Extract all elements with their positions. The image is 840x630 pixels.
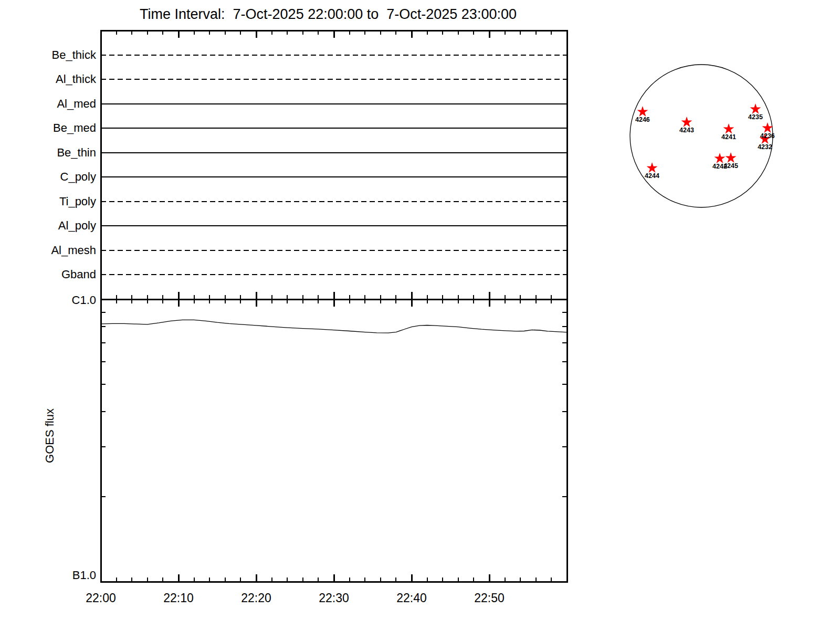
- active-region-label-4236: 4236: [752, 132, 783, 140]
- filter-label-al-thick: Al_thick: [10, 72, 96, 86]
- active-region-star-4241: [723, 123, 734, 134]
- x-tick-label-2200: 22:00: [77, 591, 124, 605]
- filter-label-be-med: Be_med: [10, 121, 96, 135]
- active-region-label-4232: 4232: [749, 143, 781, 151]
- active-region-label-4241: 4241: [713, 133, 744, 141]
- filter-label-ti-poly: Ti_poly: [10, 195, 96, 208]
- active-region-star-4236: [762, 122, 773, 133]
- active-region-star-4235: [750, 103, 761, 114]
- active-region-star-4242: [715, 153, 726, 163]
- filter-label-gband: Gband: [10, 268, 96, 281]
- x-tick-label-2230: 22:30: [310, 591, 358, 605]
- filter-panel-border: [101, 30, 567, 299]
- goes-panel-border: [101, 299, 567, 582]
- filter-label-be-thick: Be_thick: [10, 48, 96, 62]
- active-region-label-4243: 4243: [671, 127, 702, 134]
- active-region-star-4244: [647, 162, 658, 173]
- filter-label-al-mesh: Al_mesh: [10, 244, 96, 257]
- goes-flux-axis-title: GOES flux: [43, 394, 57, 478]
- filter-label-c-poly: C_poly: [10, 170, 96, 184]
- goes-flux-curve: [101, 320, 567, 333]
- goes-axis-top-label: C1.0: [51, 293, 96, 307]
- x-tick-label-2220: 22:20: [233, 591, 280, 605]
- plot-graphics: [0, 0, 840, 630]
- page-title: Time Interval: 7-Oct-2025 22:00:00 to 7-…: [94, 6, 562, 23]
- x-tick-label-2240: 22:40: [388, 591, 435, 605]
- goes-axis-bottom-label: B1.0: [51, 569, 96, 582]
- filter-label-al-med: Al_med: [10, 97, 96, 111]
- active-region-star-4245: [726, 152, 737, 163]
- filter-label-be-thin: Be_thin: [10, 146, 96, 160]
- active-region-label-4246: 4246: [627, 116, 658, 124]
- x-tick-label-2250: 22:50: [466, 591, 513, 605]
- active-region-label-4245: 4245: [715, 162, 747, 170]
- x-tick-label-2210: 22:10: [155, 591, 202, 605]
- active-region-label-4244: 4244: [636, 172, 668, 180]
- filter-label-al-poly: Al_poly: [10, 219, 96, 233]
- active-region-star-4243: [681, 117, 692, 127]
- active-region-label-4235: 4235: [740, 113, 771, 121]
- active-region-star-4246: [637, 106, 648, 117]
